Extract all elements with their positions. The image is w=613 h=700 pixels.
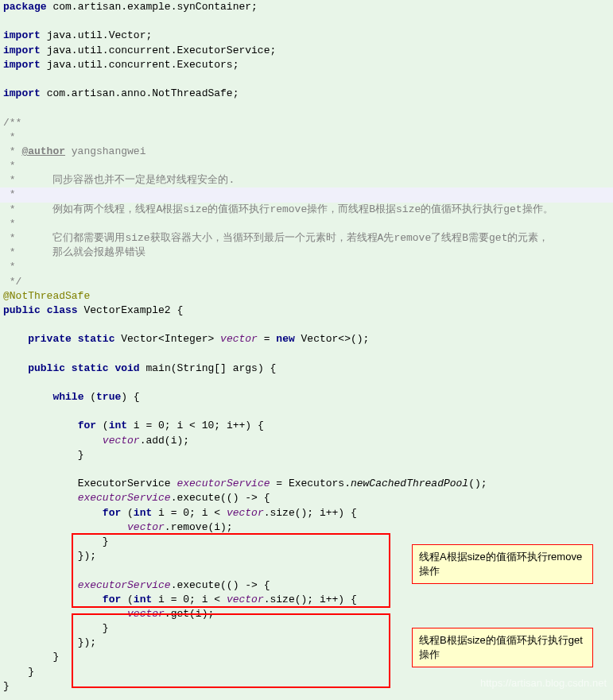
vector-remove: vector.remove(i);	[0, 520, 613, 535]
keyword: import	[3, 59, 41, 71]
class-declaration: public class VectorExample2 {	[0, 304, 613, 318]
for-statement: for (int i = 0; i < vector.size(); i++) …	[0, 593, 613, 607]
code-line: import java.util.Vector;	[0, 29, 613, 43]
javadoc-text: * 那么就会报越界错误	[0, 246, 613, 260]
javadoc-star: *	[0, 159, 613, 173]
package-name: com.artisan.example.synContainer;	[52, 1, 257, 13]
code-editor: package com.artisan.example.synContainer…	[0, 0, 613, 694]
executor-execute: executorService.execute(() -> {	[0, 491, 613, 505]
vector-get: vector.get(i);	[0, 607, 613, 621]
keyword: import	[3, 87, 41, 99]
for-statement: for (int i = 0; i < 10; i++) {	[0, 419, 613, 433]
annotation: @NotThreadSafe	[0, 289, 613, 304]
code-line: package com.artisan.example.synContainer…	[0, 0, 613, 14]
javadoc-star: *	[0, 217, 613, 231]
javadoc-star: *	[0, 130, 613, 145]
javadoc-close: */	[0, 275, 613, 289]
executor-declaration: ExecutorService executorService = Execut…	[0, 477, 613, 491]
javadoc-open: /**	[0, 116, 613, 130]
javadoc-text: * 同步容器也并不一定是绝对线程安全的.	[0, 173, 613, 188]
javadoc-text: * 例如有两个线程，线程A根据size的值循环执行remove操作，而线程B根据…	[0, 203, 613, 217]
keyword: import	[3, 44, 41, 56]
import-path: java.util.Vector;	[47, 29, 153, 41]
javadoc-star: *	[0, 260, 613, 274]
javadoc-text: * 它们都需要调用size获取容器大小，当循环到最后一个元素时，若线程A先rem…	[0, 231, 613, 246]
javadoc-star: *	[0, 188, 613, 202]
callout-a: 线程A根据size的值循环执行remove操作	[412, 544, 593, 584]
keyword: package	[3, 1, 47, 13]
code-line: import java.util.concurrent.Executors;	[0, 58, 613, 72]
import-path: java.util.concurrent.ExecutorService;	[47, 44, 277, 56]
import-path: com.artisan.anno.NotThreadSafe;	[47, 87, 239, 99]
keyword: import	[3, 29, 41, 41]
code-line: import com.artisan.anno.NotThreadSafe;	[0, 87, 613, 101]
close-brace: }	[0, 448, 613, 462]
field-declaration: private static Vector<Integer> vector = …	[0, 332, 613, 346]
callout-b: 线程B根据size的值循环执行执行get操作	[412, 628, 593, 667]
while-statement: while (true) {	[0, 390, 613, 404]
method-signature: public static void main(String[] args) {	[0, 362, 613, 376]
import-path: java.util.concurrent.Executors;	[47, 59, 239, 71]
vector-add: vector.add(i);	[0, 434, 613, 448]
javadoc-author: * @author yangshangwei	[0, 145, 613, 159]
for-statement: for (int i = 0; i < vector.size(); i++) …	[0, 506, 613, 520]
code-line: import java.util.concurrent.ExecutorServ…	[0, 44, 613, 58]
close-brace: }	[0, 679, 613, 694]
